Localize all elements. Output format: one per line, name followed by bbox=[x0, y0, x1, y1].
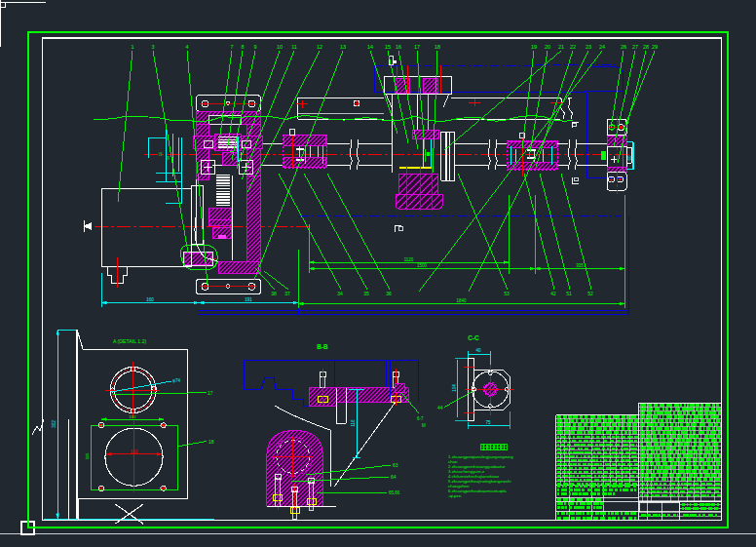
svg-text:18: 18 bbox=[208, 439, 214, 445]
svg-text:16: 16 bbox=[396, 44, 401, 50]
svg-text:191: 191 bbox=[245, 297, 252, 302]
svg-text:25: 25 bbox=[159, 152, 163, 156]
svg-text:26: 26 bbox=[621, 44, 626, 50]
svg-text:1840: 1840 bbox=[456, 298, 467, 303]
svg-text:104: 104 bbox=[452, 384, 457, 392]
svg-text:17: 17 bbox=[414, 44, 420, 50]
svg-text:13: 13 bbox=[340, 44, 346, 50]
svg-text:15: 15 bbox=[385, 44, 391, 50]
svg-text:φ74: φ74 bbox=[172, 378, 180, 383]
svg-text:160: 160 bbox=[146, 297, 154, 302]
svg-text:52: 52 bbox=[587, 291, 593, 296]
svg-text:23: 23 bbox=[586, 44, 591, 50]
svg-text:51: 51 bbox=[566, 291, 572, 296]
svg-text:4: 4 bbox=[185, 44, 188, 50]
svg-text:10: 10 bbox=[277, 44, 283, 50]
svg-text:34: 34 bbox=[337, 291, 343, 296]
svg-text:35: 35 bbox=[363, 291, 369, 296]
svg-text:115: 115 bbox=[85, 452, 90, 459]
svg-text:37: 37 bbox=[284, 291, 290, 296]
svg-text:24: 24 bbox=[599, 44, 605, 50]
svg-text:65,66: 65,66 bbox=[389, 490, 400, 495]
svg-text:1120: 1120 bbox=[404, 257, 414, 262]
svg-text:1: 1 bbox=[131, 44, 133, 50]
svg-text:44: 44 bbox=[437, 405, 443, 410]
svg-text:7: 7 bbox=[230, 44, 233, 50]
svg-text:40: 40 bbox=[475, 348, 481, 353]
svg-text:38: 38 bbox=[271, 291, 277, 296]
svg-text:27: 27 bbox=[632, 44, 638, 50]
svg-text:14: 14 bbox=[367, 44, 373, 50]
svg-text:A (DETAIL 1:2): A (DETAIL 1:2) bbox=[113, 338, 147, 344]
svg-text:302: 302 bbox=[52, 420, 57, 428]
svg-text:8: 8 bbox=[241, 44, 244, 50]
svg-text:28: 28 bbox=[643, 44, 649, 50]
svg-text:30: 30 bbox=[167, 156, 170, 160]
svg-text:B-B: B-B bbox=[317, 343, 328, 350]
svg-text:1.zhuangpeiqianvlingjianyongme: 1.zhuangpeiqianvlingjianyongmeiy bbox=[448, 454, 514, 459]
svg-text:116: 116 bbox=[351, 419, 356, 427]
svg-text:-qi.pen: -qi.pen bbox=[448, 493, 462, 498]
svg-text:22: 22 bbox=[570, 44, 576, 50]
svg-text:18: 18 bbox=[435, 44, 440, 50]
svg-text:C-C: C-C bbox=[468, 334, 479, 341]
svg-text:60: 60 bbox=[627, 155, 632, 161]
svg-text:64: 64 bbox=[391, 474, 397, 480]
svg-text:20: 20 bbox=[545, 44, 550, 50]
svg-text:11: 11 bbox=[291, 44, 297, 50]
svg-text:1500: 1500 bbox=[417, 263, 428, 268]
svg-text:29: 29 bbox=[652, 44, 658, 50]
svg-text:12: 12 bbox=[317, 44, 322, 50]
svg-text:63: 63 bbox=[393, 462, 398, 468]
svg-text:9: 9 bbox=[253, 44, 256, 50]
svg-text:36: 36 bbox=[386, 291, 392, 296]
svg-text:53: 53 bbox=[504, 291, 510, 296]
svg-text:6-7: 6-7 bbox=[417, 416, 424, 421]
svg-text:M: M bbox=[422, 423, 426, 428]
svg-text:75: 75 bbox=[485, 420, 491, 425]
svg-text:132: 132 bbox=[130, 414, 137, 419]
svg-text:305: 305 bbox=[576, 263, 584, 268]
svg-text:21: 21 bbox=[558, 44, 564, 50]
svg-text:19: 19 bbox=[531, 44, 537, 50]
svg-text:42: 42 bbox=[550, 291, 556, 296]
svg-text:17: 17 bbox=[208, 390, 213, 396]
svg-text:3: 3 bbox=[151, 44, 154, 50]
